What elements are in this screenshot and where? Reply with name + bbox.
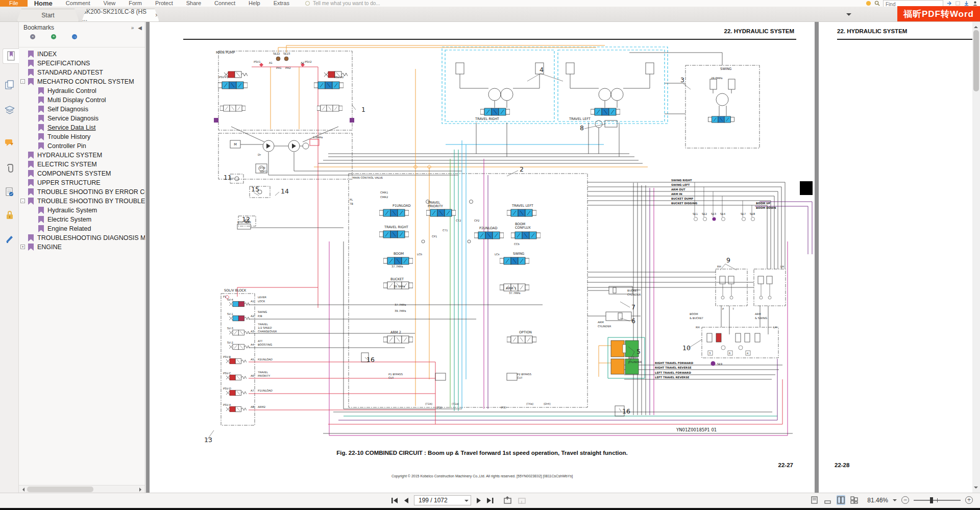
goto-bookmark-icon[interactable]: → — [66, 36, 76, 45]
bookmark-item[interactable]: -MECHATRO CONTROL SYSTEM — [19, 77, 145, 86]
svg-text:1/2 SPEED: 1/2 SPEED — [258, 326, 272, 329]
bookmark-item[interactable]: Self Diagnosis — [19, 105, 145, 114]
bookmark-item[interactable]: HYDRAULIC SYSTEM — [19, 151, 145, 160]
svg-text:16: 16 — [366, 356, 375, 363]
bookmark-item[interactable]: Controller Pin — [19, 141, 145, 151]
bookmark-item[interactable]: Service Data List — [19, 123, 145, 132]
menu-protect[interactable]: Protect — [149, 0, 180, 7]
expander-icon[interactable]: + — [20, 245, 25, 249]
svg-text:TRAVEL: TRAVEL — [257, 371, 268, 374]
attachments-panel-icon[interactable] — [2, 161, 17, 176]
status-bar: 199 / 1072 81.46% − + — [0, 493, 980, 508]
bookmark-flag-icon — [38, 106, 44, 113]
expander-icon[interactable]: - — [20, 79, 25, 84]
svg-text:CHANGEOVER: CHANGEOVER — [258, 330, 277, 333]
zoom-out-button[interactable]: − — [901, 496, 909, 504]
bookmark-item[interactable]: INDEX — [19, 50, 145, 59]
svg-text:LH: LH — [773, 326, 777, 329]
share-doc-icon[interactable] — [955, 1, 961, 6]
bookmark-item[interactable]: ELECTRIC SYSTEM — [19, 160, 145, 169]
svg-text:SWING: SWING — [513, 252, 524, 256]
bookmark-item[interactable]: COMPONENTS SYSTEM — [19, 169, 145, 178]
application-window: FileHomeCommentViewFormProtectShareConne… — [0, 0, 980, 510]
bookmark-item[interactable]: TROUBLESHOOTING DIAGNOSIS MOD — [19, 233, 145, 242]
menu-help[interactable]: Help — [242, 0, 267, 7]
pdf-to-word-badge[interactable]: 福昕PDF转Word — [897, 6, 980, 21]
bookmark-item[interactable]: Trouble History — [19, 132, 145, 141]
menu-view[interactable]: View — [97, 0, 122, 7]
menu-home[interactable]: Home — [28, 0, 59, 7]
page-number-field[interactable]: 199 / 1072 — [414, 495, 471, 505]
zoom-level[interactable]: 81.46% — [867, 497, 888, 504]
single-page-view-button[interactable] — [810, 495, 819, 505]
menu-connect[interactable]: Connect — [208, 0, 242, 7]
first-page-button[interactable] — [391, 497, 399, 504]
ink-panel-icon[interactable] — [2, 231, 17, 247]
svg-text:CMR2: CMR2 — [380, 196, 388, 199]
close-tab-icon[interactable]: × — [155, 12, 159, 19]
download-icon[interactable] — [964, 1, 969, 6]
security-panel-icon[interactable] — [2, 208, 17, 223]
tab-document[interactable]: SK200-SK210LC-8 (HS ...× — [82, 9, 159, 21]
find-next-icon[interactable] — [946, 1, 952, 6]
comments-panel-icon[interactable] — [2, 135, 17, 151]
svg-text:BOOM UP: BOOM UP — [756, 202, 770, 205]
bookmark-label: INDEX — [37, 51, 57, 58]
bookmark-item[interactable]: Multi Display Control — [19, 95, 145, 105]
bookmark-item[interactable]: SPECIFICATIONS — [19, 59, 145, 68]
previous-view-button[interactable] — [503, 496, 512, 504]
bookmark-item[interactable]: +ENGINE — [19, 242, 145, 252]
panel-expand-icon[interactable]: » — [131, 25, 134, 31]
svg-text:(OPT): (OPT) — [260, 170, 267, 173]
svg-text:15: 15 — [251, 185, 259, 193]
signature-panel-icon[interactable] — [2, 184, 17, 200]
bookmark-label: STANDARD ANDTEST — [37, 69, 103, 76]
facing-view-button[interactable] — [837, 495, 845, 505]
svg-text:CONFLUX: CONFLUX — [515, 226, 531, 230]
zoom-slider[interactable] — [914, 500, 961, 501]
bookmark-item[interactable]: TROUBLE SHOOTING BY ERROR CODI — [19, 187, 145, 197]
alert-icon[interactable] — [866, 1, 871, 6]
add-bookmark-icon[interactable]: + — [45, 36, 55, 45]
next-page-button[interactable] — [476, 497, 481, 504]
svg-text:PSV-A: PSV-A — [223, 403, 231, 406]
tell-me-box[interactable]: Tell me what you want to do... — [313, 1, 380, 6]
bookmark-item[interactable]: UPPER STRUCTURE — [19, 178, 145, 187]
page-dropdown-icon[interactable] — [464, 500, 469, 504]
bookmark-item[interactable]: Service Diagnosis — [19, 114, 145, 123]
menu-form[interactable]: Form — [122, 0, 149, 7]
tab-start[interactable]: Start — [17, 9, 79, 21]
bookmark-item[interactable]: Hydraulic System — [19, 206, 145, 215]
zoom-in-button[interactable]: + — [965, 496, 973, 504]
last-page-button[interactable] — [486, 497, 494, 504]
bookmarks-panel-icon[interactable] — [3, 48, 19, 64]
bookmark-flag-icon — [28, 78, 34, 85]
bookmark-item[interactable]: Electric System — [19, 215, 145, 224]
tab-list-dropdown-icon[interactable] — [846, 13, 851, 18]
svg-text:7: 7 — [631, 303, 635, 311]
bookmark-item[interactable]: STANDARD ANDTEST — [19, 68, 145, 77]
svg-text:4: 4 — [747, 352, 749, 355]
facing-continuous-view-button[interactable] — [850, 495, 859, 505]
continuous-view-button[interactable] — [823, 495, 832, 505]
previous-page-button[interactable] — [404, 497, 409, 504]
search-icon[interactable] — [874, 1, 880, 6]
menu-extras[interactable]: Extras — [267, 0, 296, 7]
user-icon[interactable] — [972, 1, 978, 6]
panel-horizontal-scrollbar[interactable] — [19, 485, 145, 493]
menu-share[interactable]: Share — [180, 0, 208, 7]
bookmark-item[interactable]: Hydraulic Control — [19, 86, 145, 95]
menu-comment[interactable]: Comment — [59, 0, 97, 7]
bookmark-item[interactable]: Engine Related — [19, 224, 145, 233]
next-view-button[interactable] — [518, 496, 527, 504]
panel-collapse-icon[interactable]: ◀ — [138, 25, 142, 31]
delete-bookmark-icon[interactable]: × — [24, 36, 34, 45]
pages-panel-icon[interactable] — [2, 77, 17, 92]
zoom-dropdown-icon[interactable] — [893, 499, 897, 503]
menu-file[interactable]: File — [0, 0, 28, 7]
layers-panel-icon[interactable] — [2, 103, 17, 118]
bookmark-item[interactable]: -TROUBLE SHOOTING BY TROUBLE — [19, 197, 145, 206]
vertical-scrollbar[interactable] — [972, 22, 980, 493]
svg-text:LEVER: LEVER — [258, 296, 266, 299]
expander-icon[interactable]: - — [20, 199, 25, 203]
